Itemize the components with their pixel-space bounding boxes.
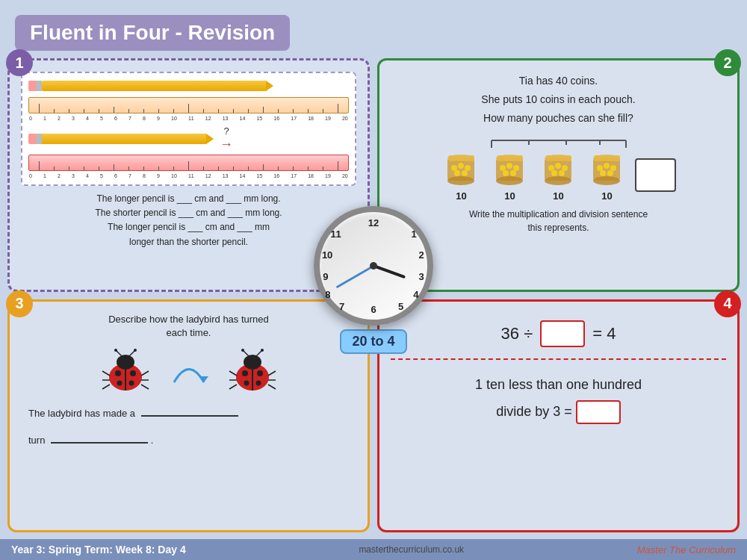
clock-num-5: 5 [398,301,403,312]
q4-divider [391,358,726,360]
svg-point-40 [607,170,613,176]
svg-point-20 [513,165,519,171]
clock-num-9: 9 [323,271,328,282]
q4-eq1-suffix: = 4 [592,324,616,343]
clock-face: 12 1 2 3 4 5 6 7 8 9 10 11 [314,206,433,326]
question-number-1: 1 [6,49,33,76]
q1-line3: The longer pencil is ___ cm and ___ mm [21,220,356,234]
svg-rect-32 [545,155,571,161]
q4-equation-2: 1 ten less than one hundred divide by 3 … [391,371,726,425]
svg-point-63 [242,370,248,376]
jars-section: 10 10 [398,134,719,202]
answer-box-q2[interactable] [635,158,676,192]
svg-point-22 [510,170,516,176]
question-number-3: 3 [6,290,33,317]
question-number-2: 2 [714,49,741,76]
svg-point-26 [545,176,571,185]
svg-point-35 [593,176,620,185]
q4-eq1-prefix: 36 ÷ [501,324,533,343]
svg-point-37 [604,163,610,169]
svg-point-38 [610,165,616,171]
jar-svg-3 [538,149,579,190]
clock-hour-hand [373,264,406,279]
q1-text-block: The longer pencil is ___ cm and ___ mm l… [21,192,356,249]
jar-svg-1 [441,149,482,190]
ladybird-right-svg [226,347,279,396]
bracket-svg [484,134,633,149]
svg-point-52 [114,349,117,352]
svg-rect-41 [594,155,620,161]
clock-inner: 12 1 2 3 4 5 6 7 8 9 10 11 [320,212,427,320]
title-bar: Fluent in Four - Revision [15,15,290,51]
short-pencil-row: ? → [28,125,349,152]
ruler-1 [28,97,349,113]
svg-point-28 [555,163,561,169]
jar-svg-2 [489,149,530,190]
q3-blank-line2: turn . [28,430,356,452]
svg-point-19 [506,163,512,169]
svg-point-66 [255,380,261,385]
long-pencil [28,79,349,93]
svg-point-11 [465,165,471,171]
ruler-1-container: 01234567891011121314151617181920 [28,97,349,121]
svg-point-31 [559,170,565,176]
svg-point-21 [503,170,509,176]
jar-label-1: 10 [456,190,466,202]
svg-rect-23 [497,155,523,161]
q4-equation-1: 36 ÷ = 4 [391,320,726,347]
svg-point-13 [462,170,468,176]
q2-bottom-text: Write the multiplication and division se… [391,208,726,234]
svg-point-29 [562,165,568,171]
clock-num-1: 1 [411,228,416,240]
q2-bottom-line1: Write the multiplication and division se… [391,208,726,221]
svg-point-17 [496,176,523,185]
jar-svg-4 [586,149,627,190]
clock-num-3: 3 [418,271,424,282]
svg-line-55 [141,385,149,389]
short-pencil [28,132,214,146]
svg-line-56 [102,371,110,376]
q3-answer-1[interactable] [141,415,238,417]
svg-rect-14 [448,155,474,161]
svg-line-58 [102,385,110,389]
ladybird-left-svg [99,347,152,396]
svg-point-18 [500,165,506,171]
svg-point-39 [600,170,606,176]
q3-answer-2[interactable] [51,442,148,444]
q4-answer-box-2[interactable] [576,400,621,424]
clock-num-12: 12 [368,217,379,228]
q3-title-line2: each time. [21,326,356,340]
q3-blanks: The ladybird has made a turn . [21,403,356,452]
jar-4: 10 [586,149,627,202]
q2-bottom-line2: this represents. [391,221,726,234]
q2-line2: She puts 10 coins in each pouch. [391,90,726,109]
q1-line4: longer than the shorter pencil. [21,235,356,249]
svg-line-76 [268,385,276,389]
footer: Year 3: Spring Term: Week 8: Day 4 maste… [0,539,747,560]
ladybird-row [21,347,356,396]
jar-3: 10 [538,149,579,202]
ruler-2 [28,155,349,171]
svg-point-30 [551,170,557,176]
svg-line-49 [129,350,135,356]
rotation-arrow-svg [167,352,211,390]
clock-minute-hand [335,265,374,289]
q1-line1: The longer pencil is ___ cm and ___ mm l… [21,192,356,206]
clock-num-10: 10 [322,249,332,261]
svg-point-70 [261,349,264,352]
jar-2: 10 [489,149,530,202]
q4-answer-box-1[interactable] [540,320,585,347]
jar-label-3: 10 [553,190,563,202]
question-number-4: 4 [714,290,741,317]
pencil-body-long [42,81,266,91]
q2-line3: How many pouches can she fill? [391,109,726,128]
svg-point-27 [548,165,554,171]
svg-point-64 [257,370,263,376]
svg-point-10 [458,163,464,169]
ruler-2-container: 01234567891011121314151617181920 [28,155,349,178]
clock-num-8: 8 [325,289,330,300]
coins-row: 10 10 [398,149,719,202]
clock-num-11: 11 [330,228,341,240]
svg-line-53 [141,371,149,376]
clock-container: 12 1 2 3 4 5 6 7 8 9 10 11 20 to 4 [314,206,433,354]
